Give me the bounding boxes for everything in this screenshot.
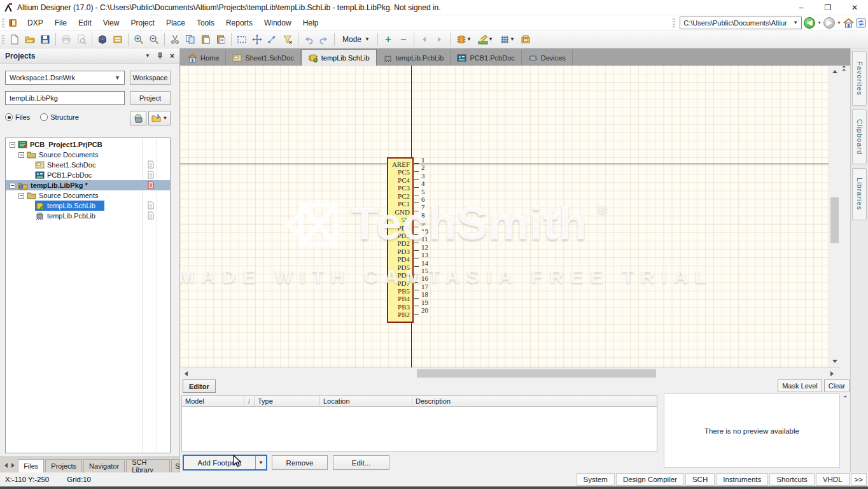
- pin-name-PD6[interactable]: PD6: [388, 271, 412, 279]
- canvas-horizontal-scrollbar[interactable]: [180, 367, 839, 378]
- ic-component-dropdown[interactable]: ▼: [453, 32, 475, 46]
- tree-row-source-documents-1[interactable]: Source Documents: [6, 150, 170, 160]
- paste-array-button[interactable]: [213, 32, 228, 46]
- view-3d-button[interactable]: [95, 32, 110, 46]
- clear-filter-button[interactable]: [280, 32, 295, 46]
- clear-button[interactable]: Clear: [824, 379, 850, 392]
- drawing-tools-dropdown[interactable]: ▼: [475, 32, 496, 46]
- panel-tab-cutoff[interactable]: S: [171, 459, 180, 472]
- project-button[interactable]: Project: [130, 91, 171, 105]
- print-button[interactable]: [59, 32, 74, 46]
- nav-back-caret-icon[interactable]: ▼: [817, 20, 822, 25]
- menu-dxp[interactable]: DXP: [22, 16, 49, 30]
- pin-stub-10[interactable]: [414, 234, 419, 235]
- pin-stub-8[interactable]: [414, 218, 419, 219]
- menu-file[interactable]: File: [49, 16, 73, 30]
- pin-name-AREF[interactable]: AREF: [388, 160, 412, 168]
- print-preview-button[interactable]: [74, 32, 89, 46]
- pin-name-PD4[interactable]: PD4: [388, 255, 412, 263]
- panel-tab-files[interactable]: Files: [18, 459, 44, 472]
- paste-button[interactable]: [198, 32, 213, 46]
- status-button-sch[interactable]: SCH: [685, 473, 715, 486]
- preview-scroll-up-icon[interactable]: ⌃: [843, 395, 848, 402]
- snap-button[interactable]: [265, 32, 280, 46]
- zoom-out-button[interactable]: [146, 32, 162, 46]
- next-mode-button[interactable]: [432, 32, 447, 46]
- doc-tab-templib-pcblib[interactable]: tempLib.PcbLib: [377, 50, 451, 66]
- scroll-down-icon[interactable]: [830, 357, 839, 366]
- collapse-icon[interactable]: [18, 193, 24, 199]
- mode-dropdown[interactable]: Mode▼: [337, 34, 375, 45]
- grid-settings-dropdown[interactable]: ▼: [496, 32, 518, 46]
- vertical-scroll-thumb[interactable]: [830, 197, 839, 243]
- pin-stub-19[interactable]: [414, 306, 419, 306]
- pin-stub-11[interactable]: [414, 243, 419, 243]
- pin-stub-5[interactable]: [414, 195, 419, 195]
- pin-stub-17[interactable]: [414, 290, 419, 290]
- scroll-left-icon[interactable]: [181, 369, 191, 378]
- menu-reports[interactable]: Reports: [220, 16, 258, 30]
- menu-view[interactable]: View: [97, 16, 125, 30]
- doc-tab-pcb1-pcbdoc[interactable]: PCB1.PcbDoc: [451, 50, 521, 66]
- tab-scroll-right-icon[interactable]: [10, 459, 17, 471]
- status-button-system[interactable]: System: [577, 473, 615, 486]
- nav-forward-button[interactable]: ▶: [823, 17, 835, 29]
- cut-button[interactable]: [167, 32, 183, 46]
- canvas-vertical-scrollbar[interactable]: [829, 66, 839, 367]
- panel-tab-navigator[interactable]: Navigator: [83, 459, 125, 472]
- copy-button[interactable]: [183, 32, 198, 46]
- pin-name-PB2[interactable]: PB2: [388, 311, 412, 318]
- pin-stub-14[interactable]: [414, 266, 419, 267]
- panel-tab-projects[interactable]: Projects: [45, 459, 82, 472]
- status-button-shortcuts[interactable]: Shortcuts: [769, 473, 815, 486]
- schematic-canvas[interactable]: AREFPC5PC4PC3PC2PC1GND5VPD0PD1PD2PD3PD4P…: [180, 66, 829, 367]
- doc-tab-templib-schlib[interactable]: tempLib.SchLib: [301, 49, 377, 66]
- pin-name-PD7[interactable]: PD7: [388, 280, 412, 287]
- redo-button[interactable]: [316, 32, 332, 46]
- pin-name-PC1[interactable]: PC1: [388, 200, 412, 208]
- tree-row-pcb1[interactable]: PCB1.PcbDoc: [6, 170, 170, 180]
- save-button[interactable]: [38, 32, 53, 46]
- close-button[interactable]: ✕: [841, 0, 868, 15]
- column-type[interactable]: Type: [255, 396, 320, 406]
- column-location[interactable]: Location: [320, 396, 412, 406]
- sync-icon[interactable]: [856, 18, 866, 28]
- tree-row-templib-pcblib[interactable]: tempLib.PcbLib: [6, 211, 170, 221]
- right-tab-favorites[interactable]: Favorites: [852, 51, 867, 106]
- pin-name-PD5[interactable]: PD5: [388, 264, 412, 271]
- pin-stub-20[interactable]: [414, 314, 419, 315]
- tree-row-templib-schlib[interactable]: tempLib.SchLib: [6, 201, 170, 211]
- collapse-icon[interactable]: [10, 183, 15, 188]
- workspace-combobox[interactable]: Workspace1.DsnWrk ▼: [5, 71, 125, 85]
- add-footprint-button[interactable]: Add Footprint: [184, 456, 255, 469]
- document-options-button[interactable]: [518, 32, 533, 46]
- pin-stub-9[interactable]: [414, 227, 419, 227]
- open-document-button[interactable]: [22, 32, 38, 46]
- menu-project[interactable]: Project: [125, 16, 160, 30]
- status-button-instruments[interactable]: Instruments: [716, 473, 768, 486]
- pin-name-PC4[interactable]: PC4: [388, 176, 412, 184]
- scroll-up-icon[interactable]: [830, 67, 839, 76]
- edit-button[interactable]: Edit...: [333, 455, 389, 470]
- schematic-component-body[interactable]: AREFPC5PC4PC3PC2PC1GND5VPD0PD1PD2PD3PD4P…: [387, 157, 414, 323]
- workspace-button[interactable]: Workspace: [130, 71, 171, 85]
- component-view-button[interactable]: [130, 111, 146, 125]
- scroll-right-icon[interactable]: [827, 369, 837, 378]
- model-table[interactable]: Model / Type Location Description: [181, 395, 657, 452]
- address-combobox[interactable]: C:\Users\Public\Documents\Altiur ▼: [680, 17, 802, 29]
- previous-mode-button[interactable]: [417, 32, 432, 46]
- tree-row-templib-libpkg[interactable]: tempLib.LibPkg *: [6, 180, 170, 190]
- pin-name-5V[interactable]: 5V: [388, 216, 412, 223]
- tree-row-sheet1[interactable]: Sheet1.SchDoc: [6, 160, 170, 170]
- column-description[interactable]: Description: [412, 396, 657, 406]
- mask-level-button[interactable]: Mask Level: [778, 379, 822, 392]
- menu-tools[interactable]: Tools: [191, 16, 220, 30]
- add-mode-button[interactable]: +: [381, 32, 396, 46]
- pin-stub-13[interactable]: [414, 259, 419, 259]
- menu-help[interactable]: Help: [297, 16, 325, 30]
- collapse-panel-chevron-icon[interactable]: ⌃⌃: [841, 67, 846, 73]
- project-name-field[interactable]: tempLib.LibPkg: [5, 91, 125, 105]
- collapse-icon[interactable]: [10, 142, 15, 148]
- files-radio[interactable]: Files: [5, 113, 30, 121]
- horizontal-scroll-thumb[interactable]: [417, 369, 656, 378]
